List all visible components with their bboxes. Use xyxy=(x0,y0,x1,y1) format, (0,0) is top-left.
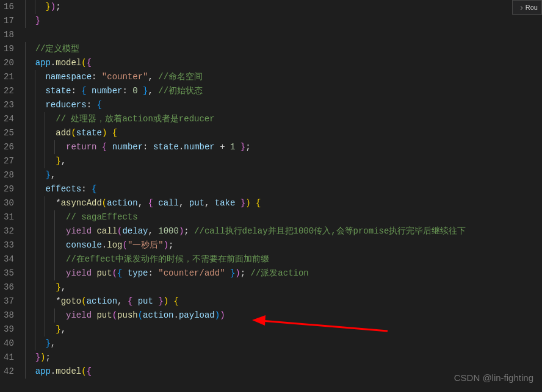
line-number: 40 xyxy=(4,337,14,351)
code-line[interactable]: yield call(delay, 1000); //call执行delay并且… xyxy=(25,224,542,238)
token-brace-b: ( xyxy=(138,310,143,320)
line-number: 35 xyxy=(4,266,14,280)
code-line[interactable]: }, xyxy=(25,337,542,351)
token-punct: : xyxy=(143,142,153,152)
code-line[interactable]: // 处理器，放着action或者是reducer xyxy=(25,112,542,126)
token-num: 1000 xyxy=(158,226,179,236)
token-punct: . xyxy=(102,240,107,250)
token-punct: . xyxy=(51,58,56,68)
token-brace-y: { xyxy=(174,296,179,306)
token-punct: , xyxy=(51,338,56,348)
code-line[interactable]: }); xyxy=(25,351,542,365)
code-line[interactable]: }); xyxy=(25,0,542,14)
line-number: 38 xyxy=(4,308,14,323)
code-line[interactable]: // sagaEffects xyxy=(25,210,542,224)
token-brace-b: { xyxy=(81,86,86,96)
code-content[interactable]: }); } //定义模型 app.model({ namespace: "cou… xyxy=(25,0,542,392)
watermark: CSDN @lin-fighting xyxy=(454,371,533,386)
code-line[interactable] xyxy=(25,28,542,42)
token-brace-p: ( xyxy=(112,268,117,278)
token-brace-y: } xyxy=(56,282,60,292)
token-string: "一秒后" xyxy=(128,240,164,250)
token-punct: , xyxy=(148,72,158,82)
token-punct: * xyxy=(56,296,60,306)
token-func: goto xyxy=(61,296,82,306)
token-brace-p: } xyxy=(35,352,40,362)
code-line[interactable]: state: { number: 0 }, //初始状态 xyxy=(25,84,542,98)
code-line[interactable]: }, xyxy=(25,154,542,168)
code-line[interactable]: //在effect中派发动作的时候，不需要在前面加前缀 xyxy=(25,252,542,266)
breadcrumb-item[interactable]: › Rou xyxy=(512,0,542,15)
code-line[interactable]: reducers: { xyxy=(25,98,542,112)
token-punct xyxy=(107,142,112,152)
vertical-scrollbar[interactable] xyxy=(533,0,542,392)
token-prop: action xyxy=(143,310,173,320)
token-const: app xyxy=(35,366,51,376)
token-brace-y: ) xyxy=(164,296,168,306)
token-punct: , xyxy=(61,156,66,166)
token-punct: , xyxy=(179,198,189,208)
code-editor[interactable]: 1617181920212223242526272829303132333435… xyxy=(0,0,542,392)
token-keyword: yield xyxy=(66,310,92,320)
token-string: "counter/add" xyxy=(158,268,225,278)
token-func: put xyxy=(96,268,112,278)
token-punct: : xyxy=(148,268,159,278)
token-brace-p: } xyxy=(240,142,245,152)
line-number: 16 xyxy=(4,0,14,14)
token-prop: delay xyxy=(122,226,148,236)
token-num: 0 xyxy=(132,86,137,96)
line-number: 32 xyxy=(4,224,14,238)
token-func: log xyxy=(107,240,122,250)
token-comment: //在effect中派发动作的时候，不需要在前面加前缀 xyxy=(66,254,269,264)
code-line[interactable]: } xyxy=(25,14,542,28)
code-line[interactable]: *asyncAdd(action, { call, put, take }) { xyxy=(25,196,542,210)
token-punct: ; xyxy=(45,352,50,362)
code-line[interactable]: add(state) { xyxy=(25,126,542,140)
token-string: "counter" xyxy=(102,72,148,82)
line-number: 42 xyxy=(4,365,14,379)
token-prop: state xyxy=(76,128,102,138)
token-punct xyxy=(251,198,256,208)
code-line[interactable]: }, xyxy=(25,168,542,182)
line-number: 24 xyxy=(4,112,14,126)
token-brace-b: { xyxy=(96,100,101,110)
line-number: 31 xyxy=(4,210,14,224)
token-prop: number xyxy=(112,142,143,152)
line-number: 39 xyxy=(4,323,14,337)
code-line[interactable]: }, xyxy=(25,280,542,294)
token-comment: //初始状态 xyxy=(158,86,203,96)
code-line[interactable]: }, xyxy=(25,323,542,337)
token-punct: , xyxy=(204,198,215,208)
token-prop: put xyxy=(189,198,204,208)
code-line[interactable]: //定义模型 xyxy=(25,42,542,56)
code-line[interactable]: effects: { xyxy=(25,182,542,196)
token-punct: . xyxy=(174,310,179,320)
token-keyword: yield xyxy=(66,268,92,278)
token-brace-y: ( xyxy=(102,198,107,208)
token-brace-p: ) xyxy=(164,240,168,250)
token-punct: , xyxy=(61,324,66,334)
token-punct: ; xyxy=(184,226,194,236)
token-prop: action xyxy=(87,296,117,306)
token-comment: //派发action xyxy=(251,268,309,278)
code-line[interactable]: console.log("一秒后"); xyxy=(25,238,542,252)
line-number: 25 xyxy=(4,126,14,140)
token-punct: , xyxy=(51,170,56,180)
line-number: 27 xyxy=(4,154,14,168)
token-func: add xyxy=(56,128,71,138)
token-brace-p: ) xyxy=(235,268,240,278)
token-punct xyxy=(235,198,240,208)
line-number: 21 xyxy=(4,70,14,84)
code-line[interactable]: yield put(push(action.payload)) xyxy=(25,308,542,323)
code-line[interactable]: *goto(action, { put }) { xyxy=(25,294,542,308)
code-line[interactable]: namespace: "counter", //命名空间 xyxy=(25,70,542,84)
token-punct: . xyxy=(51,366,56,376)
token-punct xyxy=(87,86,92,96)
code-line[interactable]: return { number: state.number + 1 }; xyxy=(25,140,542,154)
token-prop: take xyxy=(215,198,236,208)
token-brace-b: } xyxy=(45,170,50,180)
line-number: 22 xyxy=(4,84,14,98)
token-brace-y: } xyxy=(56,324,60,334)
code-line[interactable]: app.model({ xyxy=(25,56,542,70)
code-line[interactable]: yield put({ type: "counter/add" }); //派发… xyxy=(25,266,542,280)
